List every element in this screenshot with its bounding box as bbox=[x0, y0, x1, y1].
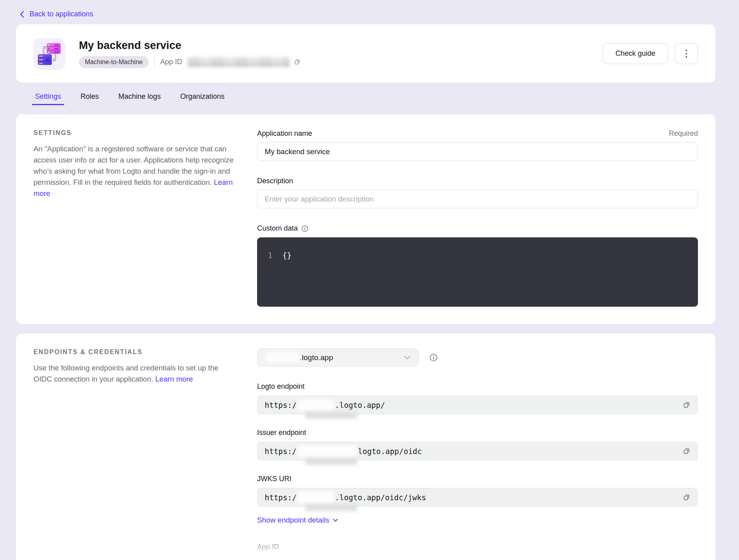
copy-icon bbox=[683, 493, 690, 501]
editor-content: {} bbox=[282, 251, 291, 307]
custom-data-label: Custom data bbox=[257, 224, 298, 233]
endpoints-learn-more-link[interactable]: Learn more bbox=[155, 375, 193, 383]
endpoint-suffix: .logto.app/oidc/jwks bbox=[335, 493, 426, 502]
active-tab-underline bbox=[32, 104, 64, 105]
back-link-label: Back to applications bbox=[29, 10, 93, 18]
tab-roles[interactable]: Roles bbox=[81, 92, 99, 105]
copy-icon bbox=[683, 401, 690, 409]
tenant-domain-select[interactable]: .logto.app bbox=[257, 349, 419, 366]
domain-suffix: .logto.app bbox=[300, 353, 333, 362]
copy-jwks-uri-button[interactable] bbox=[683, 493, 690, 501]
copy-icon bbox=[294, 59, 301, 65]
tab-machine-logs[interactable]: Machine logs bbox=[118, 92, 161, 105]
description-input[interactable] bbox=[257, 190, 698, 208]
app-id-field bbox=[257, 556, 698, 560]
description-label: Description bbox=[257, 177, 698, 185]
endpoints-section-heading: ENDPOINTS & CREDENTIALS bbox=[33, 349, 235, 356]
jwks-uri-field: https:/ .logto.app/oidc/jwks bbox=[257, 488, 698, 507]
redaction-artifact bbox=[305, 458, 357, 465]
tab-organizations[interactable]: Organizations bbox=[180, 92, 224, 105]
chevron-down-icon bbox=[333, 519, 338, 522]
copy-logto-endpoint-button[interactable] bbox=[683, 401, 690, 409]
settings-card: SETTINGS An "Application" is a registere… bbox=[16, 114, 715, 324]
kebab-menu-icon bbox=[686, 50, 687, 58]
page-title: My backend service bbox=[79, 39, 301, 52]
redaction-artifact bbox=[305, 412, 357, 419]
settings-section-description: An "Application" is a registered softwar… bbox=[33, 145, 234, 186]
endpoint-suffix: logto.app/oidc bbox=[358, 447, 422, 456]
redacted-tenant-name bbox=[265, 352, 300, 363]
back-to-applications-link[interactable]: Back to applications bbox=[19, 10, 93, 18]
application-name-label: Application name bbox=[257, 129, 312, 138]
more-actions-button[interactable] bbox=[675, 43, 698, 64]
redaction-artifact bbox=[305, 504, 357, 511]
endpoint-prefix: https:/ bbox=[265, 401, 297, 409]
editor-line-number: 1 bbox=[268, 251, 272, 307]
required-hint: Required bbox=[669, 129, 698, 138]
custom-data-editor[interactable]: 1 {} bbox=[257, 237, 698, 307]
endpoint-prefix: https:/ bbox=[265, 493, 297, 502]
chevron-left-icon bbox=[19, 10, 25, 18]
application-name-input[interactable] bbox=[257, 142, 698, 161]
endpoints-card: ENDPOINTS & CREDENTIALS Use the followin… bbox=[16, 333, 715, 560]
divider bbox=[154, 58, 155, 67]
copy-issuer-endpoint-button[interactable] bbox=[683, 447, 690, 455]
m2m-app-icon bbox=[33, 38, 65, 70]
endpoint-prefix: https:/ bbox=[265, 447, 297, 456]
app-id-label: App ID bbox=[160, 58, 182, 66]
show-endpoint-details-link[interactable]: Show endpoint details bbox=[257, 516, 698, 525]
jwks-uri-label: JWKS URI bbox=[257, 475, 698, 483]
tab-settings[interactable]: Settings bbox=[35, 92, 61, 105]
logto-endpoint-field: https:/ .logto.app/ bbox=[257, 396, 698, 414]
redacted-tenant-segment bbox=[297, 491, 334, 503]
issuer-endpoint-label: Issuer endpoint bbox=[257, 429, 698, 437]
info-icon[interactable] bbox=[301, 225, 309, 232]
check-guide-button[interactable]: Check guide bbox=[603, 43, 668, 64]
redacted-tenant-segment bbox=[297, 399, 334, 411]
redacted-tenant-segment bbox=[297, 445, 357, 457]
logto-endpoint-label: Logto endpoint bbox=[257, 382, 698, 391]
app-id-field-label: App ID bbox=[257, 543, 698, 551]
issuer-endpoint-field: https:/ logto.app/oidc bbox=[257, 442, 698, 460]
application-detail-page: Back to applications bbox=[0, 0, 739, 560]
settings-section-heading: SETTINGS bbox=[33, 129, 235, 137]
copy-icon bbox=[683, 447, 690, 455]
chevron-down-icon bbox=[404, 356, 411, 360]
redacted-app-id-value bbox=[188, 57, 290, 67]
copy-app-id-button[interactable] bbox=[294, 59, 301, 65]
tab-bar: Settings Roles Machine logs Organization… bbox=[16, 92, 715, 105]
application-header-card: My backend service Machine-to-Machine Ap… bbox=[16, 24, 715, 83]
app-type-badge: Machine-to-Machine bbox=[79, 56, 149, 68]
endpoint-suffix: .logto.app/ bbox=[335, 401, 385, 409]
info-icon[interactable] bbox=[429, 353, 438, 362]
